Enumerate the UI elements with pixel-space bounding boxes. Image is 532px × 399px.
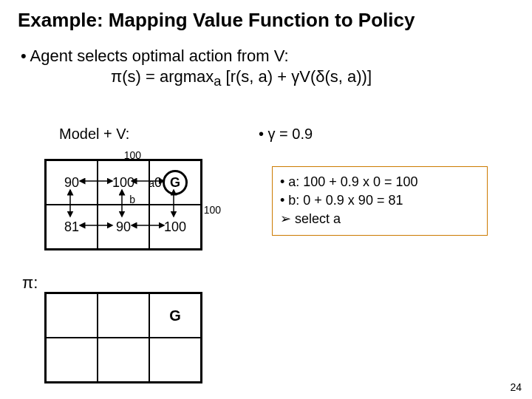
goal-ring-icon: G <box>163 170 188 195</box>
pcell-1-0 <box>46 338 98 382</box>
val-100b: 100 <box>164 219 186 235</box>
formula-prefix: π(s) = argmax <box>111 67 214 86</box>
cell-0-2-goal: 0 G <box>149 160 201 205</box>
calc-line-b: • b: 0 + 0.9 x 90 = 81 <box>280 191 480 210</box>
policy-goal-letter: G <box>169 307 181 324</box>
val-81: 81 <box>64 219 79 235</box>
calculation-box: • a: 100 + 0.9 x 0 = 100 • b: 0 + 0.9 x … <box>272 166 488 236</box>
calc-line-a: • a: 100 + 0.9 x 0 = 100 <box>280 173 480 191</box>
val-90b: 90 <box>116 219 131 235</box>
policy-grid: G <box>44 292 202 383</box>
goal-letter: G <box>170 175 180 191</box>
pcell-1-2 <box>149 338 201 382</box>
formula-rest: [r(s, a) + γV(δ(s, a))] <box>221 67 372 86</box>
cell-1-0: 81 <box>46 205 98 249</box>
slide-title: Example: Mapping Value Function to Polic… <box>0 0 532 32</box>
pcell-0-1 <box>98 293 149 338</box>
edge-label-b: b <box>129 194 135 205</box>
val-90: 90 <box>64 175 79 191</box>
pcell-0-2-goal: G <box>149 293 201 338</box>
edge-label-100-right: 100 <box>204 204 221 216</box>
policy-formula: π(s) = argmaxa [r(s, a) + γV(δ(s, a))] <box>0 66 532 89</box>
formula-sub-a: a <box>214 73 221 89</box>
model-v-label: Model + V: <box>59 126 129 143</box>
cell-1-1: 90 <box>98 205 149 249</box>
gamma-label: • γ = 0.9 <box>259 126 313 143</box>
cell-0-0: 90 <box>46 160 98 205</box>
edge-label-100-top: 100 <box>124 149 141 161</box>
pcell-1-1 <box>98 338 149 382</box>
val-zero: 0 <box>154 175 162 191</box>
pcell-0-0 <box>46 293 98 338</box>
value-grid: 90 100 100 a b 0 G 81 90 100 100 <box>44 159 202 250</box>
main-bullet: • Agent selects optimal action from V: <box>0 32 532 66</box>
val-100: 100 <box>112 175 134 191</box>
cell-0-1: 100 100 a b <box>98 160 149 205</box>
slide-number: 24 <box>510 381 522 393</box>
cell-1-2: 100 100 <box>149 205 201 249</box>
calc-line-select: ➢ select a <box>280 210 480 228</box>
policy-label: π: <box>22 273 38 293</box>
